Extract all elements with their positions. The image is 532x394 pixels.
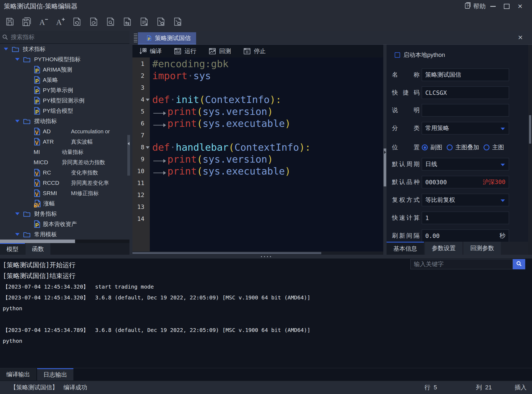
font-increase-button[interactable]: A: [54, 15, 66, 28]
radio-main-overlay[interactable]: 主图叠加: [447, 143, 479, 151]
cursor-row: 行5: [424, 381, 437, 394]
run-script-button[interactable]: [138, 15, 150, 28]
strategy-settings-icon: [156, 17, 166, 27]
tree-item-A策略[interactable]: PA策略: [0, 75, 129, 85]
tree-item-涨幅[interactable]: V涨幅: [0, 198, 129, 209]
inspector-tab-0[interactable]: 基本信息: [387, 242, 424, 255]
name-input[interactable]: [422, 69, 509, 81]
insert-mode: 插入: [515, 381, 527, 394]
checkbox-icon[interactable]: [395, 52, 400, 58]
log-line: [3, 314, 413, 325]
tree-item-ARIMA预测[interactable]: PARIMA预测: [0, 64, 129, 75]
hotkey-label: 快捷码: [392, 86, 420, 99]
find-in-file-button[interactable]: [105, 15, 116, 28]
sidebar-tab-0[interactable]: 模型: [0, 243, 25, 255]
inspector-tab-2[interactable]: 回测参数: [463, 242, 501, 255]
tabstrip-grip-icon[interactable]: [134, 34, 137, 42]
expander-down-icon[interactable]: [15, 212, 20, 215]
description-input[interactable]: [422, 104, 509, 117]
tree-item-PYTHON模型指标[interactable]: PYTHON模型指标: [0, 54, 129, 64]
close-editor-icon[interactable]: ×: [516, 33, 525, 42]
minimize-icon: [490, 6, 496, 7]
redo-button[interactable]: [88, 15, 100, 28]
tree-item-RCCD[interactable]: VRCCD异同离差变化率: [0, 178, 129, 188]
sidebar: 搜索指标 技术指标PYTHON模型指标PARIMA预测PA策略PPY简单示例PP…: [0, 31, 129, 255]
font-decrease-button[interactable]: A: [37, 15, 49, 28]
tree-item-MI[interactable]: MI动量指标: [0, 147, 129, 157]
fast-calc-input[interactable]: [422, 212, 509, 224]
save-as-button[interactable]: [21, 15, 33, 28]
tree-item-常用模板[interactable]: 常用模板: [0, 229, 129, 240]
radio-sub-chart[interactable]: 副图: [422, 143, 442, 151]
backtest-button[interactable]: 回测: [208, 47, 231, 55]
svg-text:P: P: [35, 222, 39, 228]
editor-hscroll-thumb[interactable]: [132, 252, 321, 254]
inspector-tab-1[interactable]: 参数设置: [425, 242, 462, 255]
undo-button[interactable]: [71, 15, 83, 28]
stop-button[interactable]: 停止: [243, 47, 266, 55]
tree-item-RC[interactable]: VRC变化率指数: [0, 167, 129, 178]
left-splitter-handle[interactable]: [127, 135, 130, 176]
radio-main-chart[interactable]: 主图: [484, 143, 504, 151]
import-export-icon: [122, 17, 132, 27]
help-button[interactable]: ? 帮助: [460, 0, 490, 12]
tree-item-PY简单示例[interactable]: PPY简单示例: [0, 85, 129, 95]
svg-text:?: ?: [466, 4, 469, 8]
maximize-button[interactable]: [501, 0, 512, 12]
expander-down-icon[interactable]: [15, 120, 20, 122]
horizontal-splitter[interactable]: [0, 255, 532, 259]
fold-icon[interactable]: [146, 99, 150, 101]
folder-icon: [23, 231, 31, 238]
right-splitter-handle[interactable]: [384, 148, 386, 186]
tree-item-SRMI[interactable]: VSRMIMI修正指标: [0, 188, 129, 198]
expander-down-icon[interactable]: [4, 48, 8, 50]
indicator-search[interactable]: 搜索指标: [0, 31, 129, 44]
tree-item-PY模型回测示例[interactable]: PPY模型回测示例: [0, 95, 129, 106]
chevron-down-icon: [501, 164, 505, 166]
compile-button[interactable]: 编译: [139, 47, 162, 55]
output-tab-0[interactable]: 编译输出: [0, 368, 36, 380]
code-line: import·sys: [150, 70, 383, 82]
tree-item-技术指标[interactable]: 技术指标: [0, 44, 129, 54]
code-lines[interactable]: #encoding:gbkimport·sysdef·init(ContextI…: [150, 57, 383, 251]
tree-item-MICD[interactable]: MICD异同离差动力指数: [0, 157, 129, 167]
tree-item-股本营收资产[interactable]: P股本营收资产: [0, 219, 129, 229]
tree-item-ATR[interactable]: VATR真实波幅: [0, 137, 129, 147]
sidebar-tab-1[interactable]: 函数: [25, 243, 50, 255]
backtest-settings-button[interactable]: [172, 15, 184, 28]
tab-arrow-icon: [152, 159, 167, 163]
import-export-button[interactable]: [121, 15, 133, 28]
output-tab-1[interactable]: 日志输出: [37, 368, 73, 380]
refresh-input[interactable]: 0.00 秒: [422, 230, 509, 242]
period-select[interactable]: 日线: [422, 158, 509, 170]
search-button[interactable]: [513, 259, 525, 269]
code-editor[interactable]: 1234567891011121314 #encoding:gbkimport·…: [132, 57, 383, 251]
keyword-input[interactable]: [410, 259, 513, 269]
inspector-vscroll-thumb[interactable]: [529, 115, 531, 144]
tree-item-AD[interactable]: VADAccumulation or: [0, 126, 129, 137]
line-number: 1: [132, 58, 150, 70]
minimize-button[interactable]: [488, 0, 498, 12]
expander-down-icon[interactable]: [15, 233, 20, 236]
adjust-select[interactable]: 等比前复权: [422, 194, 509, 206]
local-python-checkbox[interactable]: 启动本地python: [391, 51, 445, 59]
tree-item-label: AD: [43, 128, 71, 135]
strategy-settings-button[interactable]: [155, 15, 167, 28]
folder-icon: [23, 118, 31, 125]
folder-icon: [23, 56, 31, 63]
hotkey-input[interactable]: [422, 86, 509, 99]
symbol-input[interactable]: 000300 沪深300: [422, 176, 509, 188]
backtest-settings-icon: [173, 17, 183, 27]
run-button[interactable]: 运行: [174, 47, 196, 55]
category-select[interactable]: 常用策略: [422, 122, 509, 134]
close-button[interactable]: ×: [514, 0, 526, 12]
sidebar-hscroll-thumb[interactable]: [0, 240, 75, 243]
tree-item-财务指标[interactable]: 财务指标: [0, 209, 129, 219]
save-button[interactable]: [4, 15, 16, 28]
fold-icon[interactable]: [146, 146, 150, 149]
expander-down-icon[interactable]: [15, 58, 20, 61]
editor-tab[interactable]: P 策略测试国信: [138, 32, 196, 44]
tree-item-PY组合模型[interactable]: PPY组合模型: [0, 106, 129, 116]
tree-item-摆动指标[interactable]: 摆动指标: [0, 116, 129, 126]
editor-hscrollbar: [132, 251, 383, 255]
